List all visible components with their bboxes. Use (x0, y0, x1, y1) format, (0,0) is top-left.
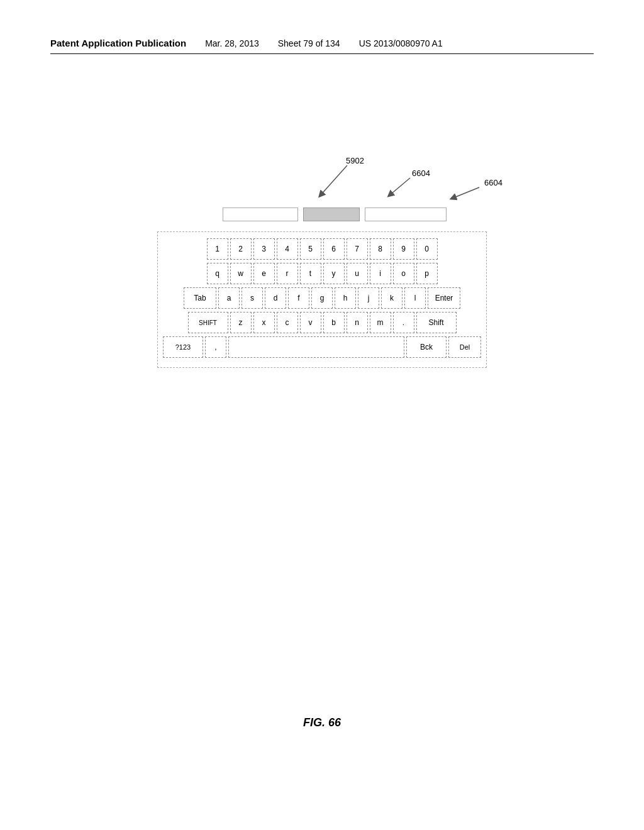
asdf-row: Tab a s d f g h j k l Enter (163, 287, 481, 309)
label-6604-upper: 6604 (412, 169, 430, 178)
patent-number: US 2013/0080970 A1 (359, 38, 443, 48)
key-j[interactable]: j (358, 287, 379, 309)
key-c[interactable]: c (277, 312, 298, 333)
key-i[interactable]: i (370, 263, 391, 284)
key-a[interactable]: a (218, 287, 240, 309)
key-v[interactable]: v (300, 312, 321, 333)
key-p[interactable]: p (416, 263, 438, 284)
key-q[interactable]: q (207, 263, 228, 284)
key-4[interactable]: 4 (277, 238, 298, 260)
key-2[interactable]: 2 (230, 238, 252, 260)
key-b[interactable]: b (323, 312, 345, 333)
key-f[interactable]: f (288, 287, 309, 309)
key-period[interactable]: . (393, 312, 414, 333)
key-1[interactable]: 1 (207, 238, 228, 260)
right-input-bar[interactable] (365, 208, 447, 221)
zxcv-row: SHIFT z x c v b n m . Shift (163, 312, 481, 333)
key-w[interactable]: w (230, 263, 252, 284)
label-6604-lower: 6604 (484, 178, 502, 187)
key-5[interactable]: 5 (300, 238, 321, 260)
key-z[interactable]: z (230, 312, 252, 333)
svg-line-0 (321, 165, 347, 195)
svg-line-1 (390, 178, 410, 195)
key-sym[interactable]: ?123 (163, 336, 203, 358)
key-s[interactable]: s (242, 287, 263, 309)
key-e[interactable]: e (253, 263, 275, 284)
key-d[interactable]: d (265, 287, 286, 309)
key-space[interactable] (228, 336, 404, 358)
keyboard: 1 2 3 4 5 6 7 8 9 0 q w e r t y u i o p … (157, 231, 487, 368)
label-5902: 5902 (346, 156, 364, 165)
document-header: Patent Application Publication Mar. 28, … (50, 38, 594, 54)
key-delete[interactable]: Del (448, 336, 481, 358)
key-0[interactable]: 0 (416, 238, 438, 260)
sheet-info: Sheet 79 of 134 (278, 38, 340, 48)
middle-input-bar[interactable] (303, 208, 360, 221)
publication-title: Patent Application Publication (50, 38, 186, 48)
qwerty-row: q w e r t y u i o p (163, 263, 481, 284)
key-7[interactable]: 7 (347, 238, 368, 260)
figure-caption: FIG. 66 (303, 716, 341, 729)
key-y[interactable]: y (323, 263, 345, 284)
key-h[interactable]: h (335, 287, 356, 309)
key-k[interactable]: k (381, 287, 402, 309)
key-t[interactable]: t (300, 263, 321, 284)
key-n[interactable]: n (347, 312, 368, 333)
key-r[interactable]: r (277, 263, 298, 284)
key-x[interactable]: x (253, 312, 275, 333)
key-g[interactable]: g (311, 287, 333, 309)
key-l[interactable]: l (404, 287, 426, 309)
key-enter[interactable]: Enter (428, 287, 460, 309)
publication-date: Mar. 28, 2013 (205, 38, 259, 48)
svg-line-2 (453, 187, 479, 198)
key-o[interactable]: o (393, 263, 414, 284)
key-backspace[interactable]: Bck (406, 336, 447, 358)
bottom-row: ?123 , Bck Del (163, 336, 481, 358)
number-row: 1 2 3 4 5 6 7 8 9 0 (163, 238, 481, 260)
key-tab[interactable]: Tab (184, 287, 216, 309)
key-shift-right[interactable]: Shift (416, 312, 457, 333)
key-shift-left[interactable]: SHIFT (188, 312, 228, 333)
left-input-bar[interactable] (223, 208, 298, 221)
key-u[interactable]: u (347, 263, 368, 284)
key-comma[interactable]: , (205, 336, 226, 358)
key-8[interactable]: 8 (370, 238, 391, 260)
key-9[interactable]: 9 (393, 238, 414, 260)
key-6[interactable]: 6 (323, 238, 345, 260)
key-3[interactable]: 3 (253, 238, 275, 260)
key-m[interactable]: m (370, 312, 391, 333)
